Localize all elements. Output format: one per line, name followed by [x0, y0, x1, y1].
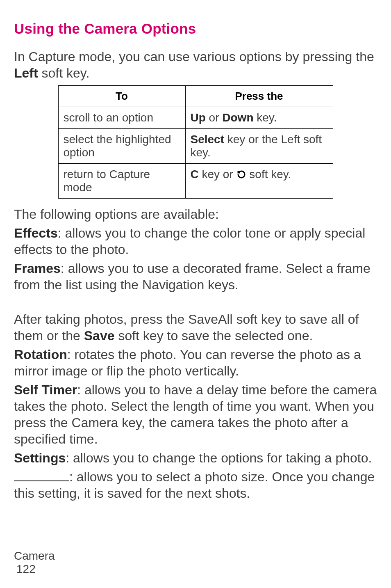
- table-row: scroll to an option Up or Down key.: [58, 107, 333, 129]
- option-label-effects: Effects: [14, 226, 58, 240]
- key-select: Select: [191, 133, 225, 146]
- options-table: To Press the scroll to an option Up or D…: [58, 85, 333, 199]
- option-label-settings: Settings: [14, 451, 66, 465]
- table-cell-press: Select key or the Left soft key.: [185, 129, 333, 164]
- footer-page-number: 122: [14, 563, 55, 576]
- footer-section: Camera: [14, 549, 55, 563]
- key-c: C: [191, 168, 199, 181]
- option-text-effects: : allows you to change the color tone or…: [14, 226, 365, 257]
- txt: key or: [199, 168, 236, 181]
- option-label-frames: Frames: [14, 261, 61, 276]
- after-photos-suffix: soft key to save the selected one.: [114, 328, 313, 343]
- key-save: Save: [84, 328, 115, 343]
- refresh-icon: [236, 169, 246, 182]
- page-footer: Camera 122: [14, 549, 55, 576]
- table-cell-press: C key or soft key.: [185, 164, 333, 199]
- option-settings: Settings: allows you to change the optio…: [14, 450, 377, 466]
- option-label-selftimer: Self Timer: [14, 382, 77, 397]
- table-cell-press: Up or Down key.: [185, 107, 333, 129]
- intro-prefix: In Capture mode, you can use various opt…: [14, 49, 374, 64]
- table-header-press: Press the: [185, 86, 333, 107]
- table-header-to: To: [58, 86, 185, 107]
- option-effects: Effects: allows you to change the color …: [14, 225, 377, 258]
- table-row: select the highlighted option Select key…: [58, 129, 333, 164]
- intro-paragraph: In Capture mode, you can use various opt…: [14, 48, 377, 81]
- option-text-settings: : allows you to change the options for t…: [66, 451, 372, 465]
- txt: key.: [254, 111, 277, 124]
- txt: soft key.: [246, 168, 291, 181]
- section-heading: Using the Camera Options: [14, 21, 377, 37]
- option-selftimer: Self Timer: allows you to have a delay t…: [14, 382, 377, 447]
- txt: or: [206, 111, 222, 124]
- intro-suffix: soft key.: [38, 66, 90, 80]
- key-up: Up: [191, 111, 206, 124]
- table-cell-to: return to Capture mode: [58, 164, 185, 199]
- after-photos: After taking photos, press the SaveAll s…: [14, 311, 377, 344]
- intro-left-key: Left: [14, 66, 38, 80]
- blank-field: [14, 469, 69, 481]
- option-frames: Frames: allows you to use a decorated fr…: [14, 260, 377, 293]
- table-row: return to Capture mode C key or soft key…: [58, 164, 333, 199]
- option-text-frames: : allows you to use a decorated frame. S…: [14, 261, 371, 292]
- option-label-rotation: Rotation: [14, 347, 67, 362]
- option-blankline: : allows you to select a photo size. Onc…: [14, 469, 377, 501]
- table-cell-to: select the highlighted option: [58, 129, 185, 164]
- table-cell-to: scroll to an option: [58, 107, 185, 129]
- options-available: The following options are available:: [14, 206, 377, 222]
- option-rotation: Rotation: rotates the photo. You can rev…: [14, 346, 377, 379]
- key-down: Down: [222, 111, 253, 124]
